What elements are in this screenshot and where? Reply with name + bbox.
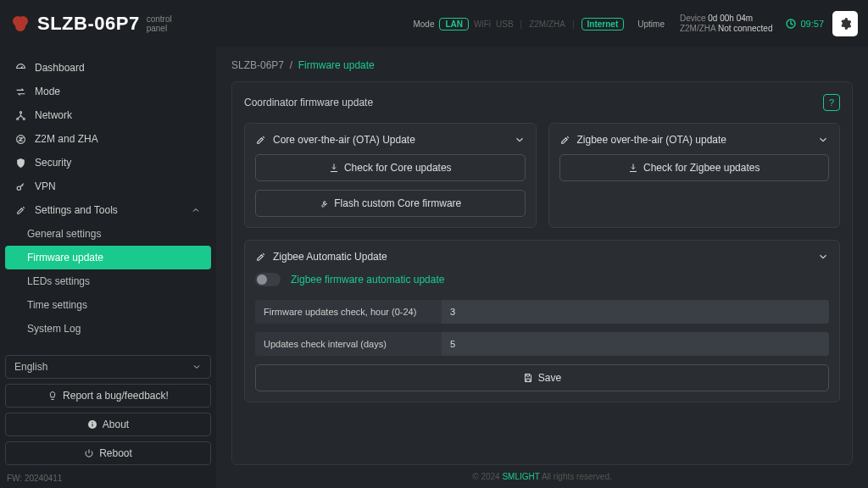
sidebar-sub-leds-settings[interactable]: LEDs settings (5, 269, 211, 293)
chevron-down-icon[interactable] (817, 251, 829, 263)
zigbee-auto-update-toggle[interactable] (255, 273, 281, 286)
check-hour-label: Firmware updates check, hour (0-24) (255, 300, 442, 324)
sidebar-sub-firmware-update[interactable]: Firmware update (5, 246, 211, 269)
sidebar-item-security[interactable]: Security (5, 151, 211, 175)
mode-wifi: WiFi (474, 19, 491, 29)
check-interval-label: Updates check interval (days) (255, 332, 442, 356)
tools-icon (559, 135, 570, 146)
sidebar-item-dashboard[interactable]: Dashboard (5, 56, 211, 80)
key-icon (15, 181, 26, 192)
chevron-down-icon[interactable] (817, 134, 829, 146)
svg-point-4 (19, 111, 21, 113)
tools-icon (255, 135, 266, 146)
clock: 09:57 (786, 19, 824, 29)
app-root: SLZB-06P7 control panel Mode LAN WiFi US… (0, 0, 868, 488)
flash-core-firmware-button[interactable]: Flash custom Core firmware (255, 190, 526, 217)
info-icon (87, 419, 97, 430)
sidebar-sub-time-settings[interactable]: Time settings (5, 293, 211, 317)
svg-rect-11 (92, 422, 92, 423)
arrows-icon (15, 86, 26, 97)
svg-point-2 (15, 21, 25, 31)
sidebar-item-vpn[interactable]: VPN (5, 175, 211, 198)
check-hour-input[interactable] (442, 300, 829, 324)
mode-usb: USB (496, 19, 514, 29)
sidebar: Dashboard Mode Network Z2M and ZHA Secur… (0, 47, 216, 488)
check-zigbee-updates-button[interactable]: Check for Zigbee updates (559, 154, 830, 181)
uptime-values: Device 0d 00h 04m Z2M/ZHA Not connected (680, 14, 773, 35)
shield-icon (15, 158, 26, 169)
wrench-icon (319, 198, 329, 208)
breadcrumb-current: Firmware update (298, 59, 375, 71)
zigbee-auto-update-toggle-label: Zigbee firmware automatic update (291, 274, 444, 286)
firmware-update-panel: Coordinator firmware update ? Core over-… (231, 81, 853, 465)
save-button[interactable]: Save (255, 364, 829, 391)
chevron-down-icon (192, 362, 202, 372)
network-icon (15, 110, 26, 121)
download-icon (329, 163, 339, 173)
internet-badge[interactable]: Internet (581, 18, 625, 30)
breadcrumb-root[interactable]: SLZB-06P7 (231, 59, 284, 71)
chevron-down-icon[interactable] (514, 134, 526, 146)
sidebar-item-mode[interactable]: Mode (5, 80, 211, 103)
panel-title: Coordinator firmware update (244, 97, 373, 108)
app-title: SLZB-06P7 (37, 13, 140, 35)
check-interval-input[interactable] (442, 332, 829, 356)
power-icon (84, 448, 94, 458)
app-subtitle: control panel (147, 14, 172, 33)
svg-point-6 (23, 118, 25, 119)
breadcrumb: SLZB-06P7 / Firmware update (231, 59, 853, 71)
reboot-button[interactable]: Reboot (5, 441, 211, 465)
sidebar-item-z2m-zha[interactable]: Z2M and ZHA (5, 127, 211, 151)
gear-icon (838, 17, 852, 30)
sidebar-sub-general-settings[interactable]: General settings (5, 222, 211, 246)
core-ota-card: Core over-the-air (OTA) Update Check for… (244, 123, 537, 228)
about-button[interactable]: About (5, 413, 211, 436)
fw-version-text: FW: 20240411 (5, 470, 211, 483)
sidebar-sub-system-log[interactable]: System Log (5, 317, 211, 341)
language-select[interactable]: English (5, 355, 211, 379)
mode-indicator: Mode LAN WiFi USB | Z2M/ZHA | Internet (413, 18, 624, 30)
svg-point-5 (17, 118, 19, 119)
svg-point-8 (17, 186, 20, 189)
help-button[interactable]: ? (823, 94, 840, 111)
tools-icon (15, 205, 26, 216)
report-bug-button[interactable]: Report a bug/feedback! (5, 384, 211, 408)
zigbee-ota-card: Zigbee over-the-air (OTA) update Check f… (548, 123, 841, 228)
uptime-group: Uptime (637, 19, 665, 29)
zigbee-auto-update-card: Zigbee Automatic Update Zigbee firmware … (244, 240, 840, 402)
sidebar-item-settings-tools[interactable]: Settings and Tools (5, 198, 211, 222)
zigbee-icon (15, 134, 26, 145)
check-core-updates-button[interactable]: Check for Core updates (255, 154, 526, 181)
tools-icon (255, 252, 266, 263)
sidebar-item-network[interactable]: Network (5, 103, 211, 127)
footer: © 2024 SMLIGHT All rights reserved. (231, 465, 853, 481)
chevron-up-icon (191, 205, 201, 215)
svg-rect-10 (92, 424, 92, 427)
mode-lan-badge[interactable]: LAN (439, 18, 469, 30)
mode-z2mzha: Z2M/ZHA (529, 19, 565, 29)
settings-gear-button[interactable] (832, 11, 858, 36)
main-content: SLZB-06P7 / Firmware update Coordinator … (216, 47, 868, 488)
logo-icon (10, 14, 31, 34)
save-icon (523, 373, 533, 383)
download-icon (628, 163, 638, 173)
gauge-icon (15, 63, 26, 74)
bulb-icon (47, 391, 58, 401)
header-bar: SLZB-06P7 control panel Mode LAN WiFi US… (0, 0, 868, 47)
